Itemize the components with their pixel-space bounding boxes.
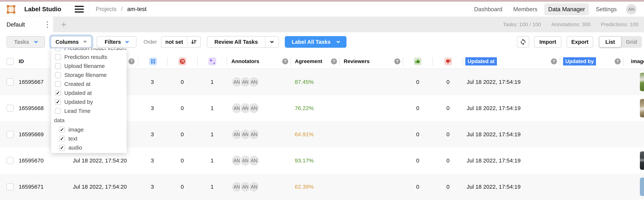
checkbox-icon[interactable] xyxy=(55,108,61,114)
dropdown-item-image[interactable]: ✓ image xyxy=(51,125,126,134)
breadcrumb-projects[interactable]: Projects xyxy=(96,6,116,13)
column-header-reviewers[interactable]: Reviewers xyxy=(344,58,370,64)
review-dropdown-toggle[interactable] xyxy=(265,37,278,47)
cell-annotations: 3 xyxy=(145,79,160,85)
top-nav: Dashboard Members Data Manager Settings … xyxy=(470,2,636,17)
cell-image-thumbnail[interactable] xyxy=(640,151,644,170)
tab-options-icon[interactable] xyxy=(46,20,49,29)
checkbox-icon[interactable] xyxy=(55,81,61,87)
nav-settings[interactable]: Settings xyxy=(592,3,621,15)
checkbox-checked-icon[interactable]: ✓ xyxy=(59,127,65,133)
annotator-avatar[interactable]: AN xyxy=(248,129,260,140)
dropdown-item-updated-at[interactable]: ✓ Updated at xyxy=(51,89,126,98)
import-button[interactable]: Import xyxy=(534,36,562,48)
cell-annotators: AN AN AN xyxy=(231,103,260,114)
refresh-button[interactable] xyxy=(517,36,529,48)
help-icon[interactable]: ? xyxy=(331,58,337,64)
dropdown-item-storage-filename[interactable]: Storage filename xyxy=(51,71,126,80)
view-toggle: List Grid xyxy=(598,36,642,48)
order-value[interactable]: not set xyxy=(162,37,187,47)
tasks-dropdown-button[interactable]: Tasks xyxy=(6,36,45,48)
checkbox-checked-icon[interactable]: ✓ xyxy=(59,145,65,151)
help-icon[interactable]: ? xyxy=(128,58,134,64)
help-icon[interactable]: ? xyxy=(282,58,288,64)
dropdown-item-prediction-results[interactable]: Prediction results xyxy=(51,53,126,62)
annotations-count-column-icon[interactable] xyxy=(149,58,157,65)
cell-completed: Jul 18 2022, 17:54:20 xyxy=(73,184,127,190)
bounding-box-icon xyxy=(150,59,156,64)
approved-column-icon[interactable] xyxy=(414,58,422,65)
view-grid-button[interactable]: Grid xyxy=(621,39,642,45)
dropdown-item-text[interactable]: ✓ text xyxy=(51,134,126,143)
row-checkbox[interactable] xyxy=(6,78,14,86)
hamburger-menu-icon[interactable] xyxy=(75,6,84,13)
table-row[interactable]: 16595671 Jul 18 2022, 17:54:20 3 0 1 AN … xyxy=(0,174,644,200)
column-header-annotators[interactable]: Annotators xyxy=(231,58,259,64)
rejected-column-icon[interactable] xyxy=(444,58,452,65)
filters-dropdown-button[interactable]: Filters xyxy=(96,36,136,48)
view-list-button[interactable]: List xyxy=(599,37,621,47)
checkbox-checked-icon[interactable]: ✓ xyxy=(55,90,61,96)
order-value-button[interactable]: not set xyxy=(161,36,201,48)
column-header-agreement[interactable]: Agreement xyxy=(295,58,322,64)
predictions-column-icon[interactable]: ✦ ✦ xyxy=(208,58,216,65)
review-all-tasks-button[interactable]: Review All Tasks xyxy=(207,36,279,48)
cell-cancelled: 0 xyxy=(175,157,190,164)
annotator-avatar[interactable]: AN xyxy=(248,76,260,88)
column-header-updated-at[interactable]: Updated at xyxy=(465,57,497,66)
checkbox-icon[interactable] xyxy=(55,72,61,78)
help-icon[interactable]: ? xyxy=(551,58,557,64)
sort-direction-button[interactable] xyxy=(187,37,200,47)
label-all-tasks-button[interactable]: Label All Tasks xyxy=(285,36,346,48)
checkbox-checked-icon[interactable]: ✓ xyxy=(59,136,65,142)
row-checkbox[interactable] xyxy=(6,157,14,164)
stat-annotations: Annotations: 300 xyxy=(551,22,590,28)
dropdown-item-lead-time[interactable]: Lead Time xyxy=(51,106,126,115)
checkbox-icon[interactable] xyxy=(55,48,61,51)
cell-annotations: 3 xyxy=(145,131,160,138)
dropdown-item-upload-filename[interactable]: Upload filename xyxy=(51,62,126,71)
chevron-down-icon xyxy=(270,40,274,43)
tab-default[interactable]: Default xyxy=(0,17,53,32)
select-all-checkbox[interactable] xyxy=(6,58,14,65)
column-header-id[interactable]: ID xyxy=(19,58,24,64)
cell-rejected: 0 xyxy=(440,131,456,138)
annotator-avatar[interactable]: AN xyxy=(248,181,260,192)
cell-predictions: 1 xyxy=(205,131,220,138)
column-divider xyxy=(167,57,168,66)
view-tab-bar: Default + Tasks: 100 / 100 Annotations: … xyxy=(0,17,644,32)
dropdown-item-audio[interactable]: ✓ audio xyxy=(51,143,126,152)
cell-id: 16595668 xyxy=(19,105,44,111)
row-checkbox[interactable] xyxy=(6,131,14,138)
dropdown-item-prediction-model-versions[interactable]: Prediction model versions xyxy=(51,48,126,53)
column-header-image[interactable]: image xyxy=(631,58,644,64)
annotator-avatar[interactable]: AN xyxy=(248,155,260,166)
row-checkbox[interactable] xyxy=(6,183,14,190)
dropdown-item-created-at[interactable]: Created at xyxy=(51,80,126,89)
help-icon[interactable]: ? xyxy=(615,58,621,64)
cell-annotators: AN AN AN xyxy=(231,76,260,88)
nav-dashboard[interactable]: Dashboard xyxy=(470,3,507,15)
checkbox-icon[interactable] xyxy=(55,63,61,69)
dropdown-item-updated-by[interactable]: ✓ Updated by xyxy=(51,98,126,106)
help-icon[interactable]: ? xyxy=(394,58,400,64)
cell-image-thumbnail[interactable] xyxy=(640,99,644,117)
cell-rejected: 0 xyxy=(440,184,456,190)
user-avatar[interactable]: AN xyxy=(626,4,636,15)
column-header-updated-by[interactable]: Updated by xyxy=(563,57,596,66)
cell-approved: 0 xyxy=(410,105,425,111)
cell-image-thumbnail[interactable] xyxy=(640,73,644,91)
cell-updated-at: Jul 18 2022, 17:54:19 xyxy=(467,105,521,111)
annotator-avatar[interactable]: AN xyxy=(248,103,260,114)
nav-data-manager[interactable]: Data Manager xyxy=(544,3,589,15)
columns-dropdown-button[interactable]: Columns xyxy=(51,36,92,48)
cell-image-thumbnail[interactable] xyxy=(640,178,644,196)
row-checkbox[interactable] xyxy=(6,105,14,112)
caret-down-icon xyxy=(83,41,87,43)
add-tab-button[interactable]: + xyxy=(57,17,70,32)
checkbox-checked-icon[interactable]: ✓ xyxy=(55,99,61,105)
checkbox-icon[interactable] xyxy=(55,54,61,60)
export-button[interactable]: Export xyxy=(567,36,593,48)
nav-members[interactable]: Members xyxy=(509,3,542,15)
cancelled-annotations-column-icon[interactable] xyxy=(178,58,186,65)
